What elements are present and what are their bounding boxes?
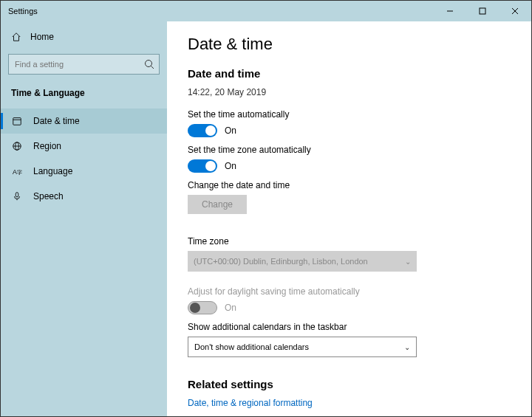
- sidebar-item-label: Speech: [33, 191, 64, 201]
- sidebar-item-language[interactable]: A字 Language: [1, 159, 167, 184]
- sidebar-item-date-time[interactable]: Date & time: [1, 108, 167, 134]
- svg-text:A: A: [13, 168, 17, 176]
- svg-rect-6: [13, 118, 21, 125]
- sidebar-item-label: Region: [33, 141, 61, 151]
- sidebar-item-label: Date & time: [33, 116, 80, 126]
- close-button[interactable]: [499, 1, 531, 21]
- dst-label: Adjust for daylight saving time automati…: [188, 286, 511, 297]
- related-settings: Related settings Date, time & regional f…: [188, 378, 511, 416]
- link-regional-formatting[interactable]: Date, time & regional formatting: [188, 398, 511, 408]
- change-button: Change: [188, 195, 247, 214]
- search-icon: [143, 58, 155, 70]
- sidebar-section-title: Time & Language: [1, 85, 167, 108]
- home-icon: [11, 32, 21, 42]
- current-datetime: 14:22, 20 May 2019: [188, 87, 511, 97]
- microphone-icon: [11, 191, 23, 201]
- auto-tz-state: On: [225, 161, 236, 171]
- app-body: Home Time & Language Date & time: [1, 21, 531, 416]
- home-label: Home: [30, 32, 54, 42]
- chevron-down-icon: ⌄: [405, 258, 411, 266]
- nav-items: Date & time Region A字 Language: [1, 108, 167, 209]
- app-window: Settings Home: [0, 0, 532, 417]
- svg-rect-13: [16, 193, 18, 197]
- timezone-label: Time zone: [188, 236, 511, 247]
- search-input[interactable]: [8, 54, 160, 75]
- clock-icon: [11, 116, 23, 126]
- auto-tz-toggle[interactable]: [188, 159, 217, 173]
- globe-icon: [11, 141, 23, 151]
- titlebar: Settings: [1, 1, 531, 21]
- sidebar-item-region[interactable]: Region: [1, 134, 167, 159]
- additional-calendars-label: Show additional calendars in the taskbar: [188, 322, 511, 332]
- additional-calendars-select[interactable]: Don't show additional calendars ⌄: [188, 337, 417, 357]
- minimize-button[interactable]: [434, 1, 466, 21]
- content-area: Date & time Date and time 14:22, 20 May …: [167, 21, 531, 416]
- svg-line-5: [151, 66, 154, 69]
- svg-text:字: 字: [17, 170, 22, 175]
- svg-point-4: [146, 61, 152, 67]
- dst-toggle: [188, 301, 217, 314]
- auto-time-label: Set the time automatically: [188, 109, 511, 120]
- svg-rect-1: [480, 8, 485, 14]
- change-dt-label: Change the date and time: [188, 180, 511, 190]
- timezone-select: (UTC+00:00) Dublin, Edinburgh, Lisbon, L…: [188, 251, 417, 272]
- auto-time-toggle[interactable]: [188, 124, 217, 137]
- dst-state: On: [225, 303, 236, 313]
- section-date-time: Date and time: [188, 67, 511, 80]
- auto-tz-label: Set the time zone automatically: [188, 145, 511, 155]
- timezone-value: (UTC+00:00) Dublin, Edinburgh, Lisbon, L…: [194, 257, 368, 266]
- related-heading: Related settings: [188, 378, 511, 390]
- sidebar: Home Time & Language Date & time: [1, 21, 167, 416]
- sidebar-item-label: Language: [33, 166, 72, 176]
- page-title: Date & time: [188, 35, 511, 54]
- chevron-down-icon: ⌄: [404, 343, 410, 351]
- maximize-button[interactable]: [466, 1, 499, 21]
- window-title: Settings: [8, 7, 38, 15]
- auto-time-state: On: [225, 125, 236, 136]
- sidebar-item-speech[interactable]: Speech: [1, 184, 167, 209]
- language-icon: A字: [11, 166, 23, 176]
- search-wrap: [8, 54, 160, 75]
- additional-calendars-value: Don't show additional calendars: [194, 342, 309, 351]
- window-controls: [434, 1, 531, 21]
- home-nav[interactable]: Home: [1, 27, 167, 51]
- link-additional-clocks[interactable]: Add clocks for different time zones: [188, 416, 511, 416]
